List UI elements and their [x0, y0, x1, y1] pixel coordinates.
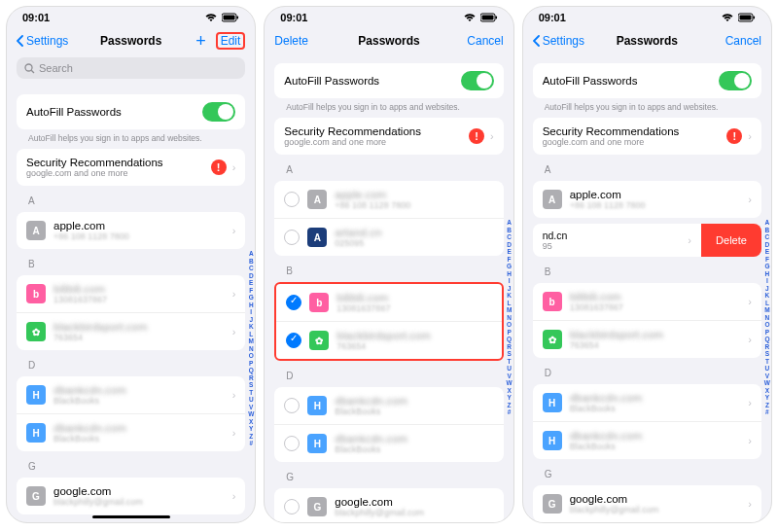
delete-button[interactable]: Delete — [274, 34, 308, 48]
index-letter[interactable]: V — [248, 404, 254, 411]
index-letter[interactable]: # — [764, 408, 770, 416]
site-row-blackbird[interactable]: ✿ blackbirdsport.com 763654 › — [533, 320, 761, 358]
site-row-dbank2[interactable]: H dbankcdn.com BlackBooks › — [17, 413, 245, 451]
index-letter[interactable]: B — [248, 258, 254, 266]
site-row-blackbird[interactable]: ✿ blackbirdsport.com 763654 › — [17, 312, 245, 350]
index-letter[interactable]: # — [507, 408, 513, 416]
index-letter[interactable]: N — [248, 345, 254, 353]
index-letter[interactable]: L — [507, 300, 513, 307]
index-letter[interactable]: I — [507, 277, 513, 285]
index-letter[interactable]: A — [764, 219, 770, 227]
index-letter[interactable]: P — [764, 329, 770, 337]
index-letter[interactable]: J — [248, 316, 254, 324]
index-letter[interactable]: Z — [248, 433, 254, 441]
index-letter[interactable]: A — [248, 250, 254, 258]
index-letter[interactable]: C — [764, 233, 770, 241]
index-letter[interactable]: F — [248, 287, 254, 295]
autofill-row[interactable]: AutoFill Passwords — [17, 94, 245, 129]
index-letter[interactable]: Y — [507, 394, 513, 402]
index-letter[interactable]: T — [507, 358, 513, 366]
site-row-bilibili[interactable]: b bilibili.com 13081637867 › — [533, 283, 761, 320]
site-row-bilibili[interactable]: b bilibili.com 13081637867 › — [17, 275, 245, 312]
autofill-row[interactable]: AutoFill Passwords — [274, 63, 503, 98]
index-letter[interactable]: Y — [248, 425, 254, 433]
index-letter[interactable]: J — [507, 285, 513, 293]
index-letter[interactable]: B — [507, 227, 513, 234]
index-letter[interactable]: M — [764, 306, 770, 314]
index-letter[interactable]: G — [764, 263, 770, 270]
index-letter[interactable]: Q — [248, 367, 254, 374]
index-letter[interactable]: K — [764, 292, 770, 300]
index-letter[interactable]: O — [764, 321, 770, 329]
index-letter[interactable]: I — [764, 277, 770, 285]
site-row-google[interactable]: G google.com blackphilly@gmail.com › — [17, 478, 245, 514]
index-letter[interactable]: D — [764, 241, 770, 249]
site-row-dbank1[interactable]: H dbankcdn.com BlackBooks — [274, 387, 503, 424]
index-letter[interactable]: A — [507, 219, 513, 227]
index-letter[interactable]: G — [507, 263, 513, 270]
index-letter[interactable]: X — [507, 387, 513, 395]
index-letter[interactable]: R — [507, 343, 513, 351]
index-bar[interactable]: ABCDEFGHIJKLMNOPQRSTUVWXYZ# — [248, 250, 254, 447]
index-letter[interactable]: Z — [764, 402, 770, 409]
index-letter[interactable]: S — [507, 350, 513, 358]
add-button[interactable]: + — [195, 35, 206, 47]
autofill-toggle[interactable] — [461, 71, 494, 90]
index-letter[interactable]: V — [764, 372, 770, 380]
index-letter[interactable]: E — [764, 248, 770, 256]
site-row-dbank2[interactable]: H dbankcdn.com BlackBooks › — [533, 421, 761, 459]
nav-back[interactable]: Settings — [17, 34, 68, 48]
security-row[interactable]: Security Recommendations google.com and … — [533, 118, 761, 155]
index-letter[interactable]: D — [507, 241, 513, 249]
index-letter[interactable]: K — [507, 292, 513, 300]
select-checkbox[interactable] — [284, 398, 300, 413]
index-letter[interactable]: W — [507, 379, 513, 387]
index-letter[interactable]: B — [764, 227, 770, 234]
index-letter[interactable]: H — [507, 270, 513, 278]
index-letter[interactable]: V — [507, 372, 513, 380]
index-bar[interactable]: ABCDEFGHIJKLMNOPQRSTUVWXYZ# — [507, 219, 513, 416]
index-letter[interactable]: C — [248, 265, 254, 272]
select-checkbox[interactable] — [284, 230, 300, 245]
cancel-button[interactable]: Cancel — [725, 34, 761, 48]
index-letter[interactable]: P — [507, 329, 513, 337]
site-row-dbank2[interactable]: H dbankcdn.com BlackBooks — [274, 424, 503, 462]
site-row-artand[interactable]: A artand.cn 025095 — [274, 218, 503, 256]
index-letter[interactable]: S — [248, 381, 254, 389]
index-letter[interactable]: C — [507, 233, 513, 241]
index-letter[interactable]: Q — [507, 336, 513, 343]
index-letter[interactable]: X — [248, 418, 254, 426]
security-row[interactable]: Security Recommendations google.com and … — [274, 118, 503, 155]
select-checkbox[interactable] — [286, 333, 301, 348]
select-checkbox[interactable] — [284, 499, 300, 514]
index-letter[interactable]: J — [764, 285, 770, 293]
site-row-blackbird[interactable]: ✿ blackbirdsport.com 763654 — [276, 321, 501, 359]
select-checkbox[interactable] — [284, 436, 300, 451]
site-row-google[interactable]: G google.com blackphilly@gmail.com › — [533, 485, 761, 522]
security-row[interactable]: Security Recommendations google.com and … — [17, 149, 245, 186]
index-letter[interactable]: P — [248, 360, 254, 368]
index-letter[interactable]: R — [248, 374, 254, 382]
index-letter[interactable]: U — [764, 365, 770, 372]
index-letter[interactable]: O — [507, 321, 513, 329]
edit-button[interactable]: Edit — [216, 32, 246, 50]
index-letter[interactable]: U — [248, 396, 254, 404]
index-letter[interactable]: M — [248, 337, 254, 345]
swipe-delete-row[interactable]: nd.cn 95 › Delete — [533, 224, 761, 257]
index-letter[interactable]: U — [507, 365, 513, 372]
index-letter[interactable]: L — [764, 300, 770, 307]
index-letter[interactable]: M — [507, 306, 513, 314]
index-letter[interactable]: H — [764, 270, 770, 278]
index-letter[interactable]: Z — [507, 402, 513, 409]
search-input[interactable]: Search — [17, 57, 245, 79]
index-letter[interactable]: N — [507, 314, 513, 322]
site-row-apple[interactable]: A apple.com +86 108 1128 7800 › — [533, 181, 761, 218]
index-letter[interactable]: N — [764, 314, 770, 322]
autofill-toggle[interactable] — [719, 71, 752, 90]
index-letter[interactable]: K — [248, 323, 254, 331]
index-letter[interactable]: F — [507, 256, 513, 264]
index-letter[interactable]: Q — [764, 336, 770, 343]
index-letter[interactable]: W — [764, 379, 770, 387]
index-letter[interactable]: O — [248, 352, 254, 360]
site-row-dbank1[interactable]: H dbankcdn.com BlackBooks › — [17, 376, 245, 413]
